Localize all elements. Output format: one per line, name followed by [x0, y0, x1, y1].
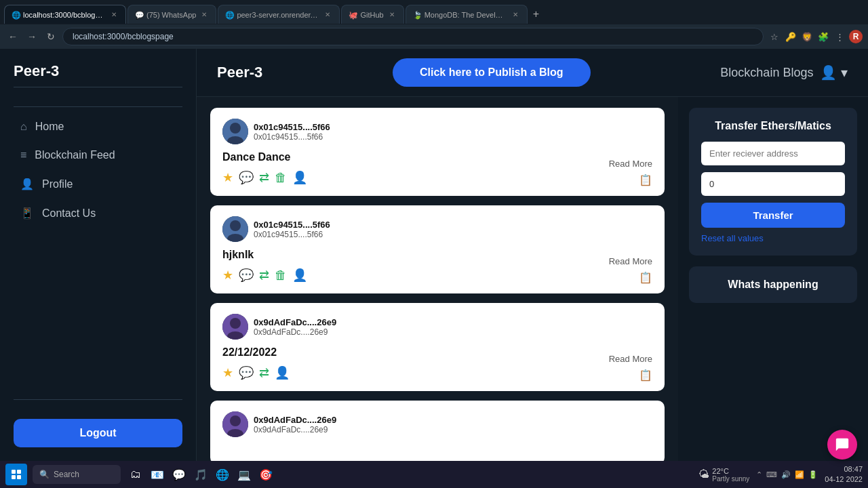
weather-info: 22°C Partly sunny — [712, 467, 749, 483]
taskbar-icon-other[interactable]: 🎯 — [256, 465, 275, 484]
new-tab-button[interactable]: + — [529, 8, 543, 20]
taskbar-weather: 🌤 22°C Partly sunny — [698, 467, 749, 483]
tab-label-5: MongoDB: The Developer Data... — [425, 11, 507, 19]
start-button[interactable] — [5, 464, 27, 485]
app-layout: Peer-3 ⌂ Home ≡ Blockchain Feed 👤 Profil… — [0, 49, 868, 461]
clipboard-icon-1[interactable]: 📋 — [639, 174, 652, 186]
delete-icon-1[interactable]: 🗑 — [275, 171, 287, 185]
back-button[interactable]: ← — [5, 29, 20, 44]
tab-favicon-1: 🌐 — [12, 11, 20, 19]
tab-close-2[interactable]: ✕ — [199, 10, 209, 19]
star-icon-1[interactable]: ★ — [222, 170, 233, 185]
nav-divider-top — [14, 106, 182, 107]
author-info-1: 0x01c94515....5f66 0x01c94515....5f66 — [254, 122, 330, 142]
avatar-2 — [222, 216, 248, 242]
user-add-icon-3[interactable]: 👤 — [275, 365, 290, 380]
comment-icon-2[interactable]: 💬 — [239, 268, 254, 283]
author-address2-1: 0x01c94515....5f66 — [254, 132, 330, 142]
bookmark-icon[interactable]: ☆ — [768, 30, 781, 43]
clipboard-icon-2[interactable]: 📋 — [639, 271, 652, 284]
taskbar-icon-vscode[interactable]: 💻 — [235, 465, 254, 484]
taskbar-search[interactable]: 🔍 Search — [33, 465, 121, 484]
taskbar: 🔍 Search 🗂 📧 💬 🎵 🌐 💻 🎯 🌤 22°C Partly sun… — [0, 461, 868, 488]
user-add-icon-2[interactable]: 👤 — [292, 268, 307, 283]
extension-icon[interactable]: 🔑 — [784, 30, 797, 43]
user-menu-button[interactable]: 👤 ▾ — [820, 64, 848, 81]
transfer-icon-2[interactable]: ⇄ — [259, 268, 269, 283]
author-address2-3: 0x9dAdFaDc....26e9 — [254, 327, 336, 337]
transfer-icon-1[interactable]: ⇄ — [259, 170, 269, 185]
amount-input[interactable] — [701, 172, 845, 196]
header-logo: Peer-3 — [217, 64, 262, 81]
author-address-2: 0x01c94515....5f66 — [254, 220, 330, 230]
extensions-icon[interactable]: 🧩 — [816, 30, 830, 43]
profile-icon[interactable]: R — [849, 30, 863, 43]
star-icon-2[interactable]: ★ — [222, 268, 233, 283]
logout-button[interactable]: Logout — [14, 419, 182, 447]
feed-column: 0x01c94515....5f66 0x01c94515....5f66 Da… — [197, 97, 678, 461]
sidebar-item-blockchain-feed[interactable]: ≡ Blockchain Feed — [14, 141, 182, 169]
blog-card-3: 0x9dAdFaDc....26e9 0x9dAdFaDc....26e9 22… — [210, 303, 665, 391]
menu-icon[interactable]: ⋮ — [833, 30, 846, 43]
taskbar-icon-mail[interactable]: 📧 — [148, 465, 167, 484]
forward-button[interactable]: → — [24, 29, 39, 44]
sidebar-item-profile[interactable]: 👤 Profile — [14, 169, 182, 199]
tab-5[interactable]: 🍃 MongoDB: The Developer Data... ✕ — [406, 5, 528, 24]
sidebar-item-home[interactable]: ⌂ Home — [14, 113, 182, 141]
blog-actions-1: ★ 💬 ⇄ 🗑 👤 — [222, 170, 652, 185]
tab-active[interactable]: 🌐 localhost:3000/bcblogspage ✕ — [4, 5, 126, 24]
address-input[interactable] — [62, 28, 764, 45]
publish-blog-button[interactable]: Click here to Publish a Blog — [393, 58, 591, 87]
comment-icon-1[interactable]: 💬 — [239, 170, 254, 185]
tab-close-1[interactable]: ✕ — [109, 10, 119, 19]
chat-bubble-button[interactable] — [827, 430, 857, 460]
tab-close-3[interactable]: ✕ — [323, 10, 332, 19]
brave-icon[interactable]: 🦁 — [800, 30, 814, 43]
sidebar-item-contact-us[interactable]: 📱 Contact Us — [14, 199, 182, 228]
refresh-button[interactable]: ↻ — [43, 29, 58, 44]
tab-4[interactable]: 🐙 GitHub ✕ — [341, 5, 403, 24]
whats-happening-title: Whats happening — [701, 279, 845, 291]
svg-point-10 — [230, 415, 241, 426]
avatar-1 — [222, 119, 248, 144]
author-info-3: 0x9dAdFaDc....26e9 0x9dAdFaDc....26e9 — [254, 317, 336, 337]
read-more-1[interactable]: Read More — [609, 159, 652, 169]
clipboard-icon-3[interactable]: 📋 — [639, 369, 652, 382]
tab-close-5[interactable]: ✕ — [511, 10, 520, 19]
transfer-title: Transfer Ethers/Matics — [701, 120, 845, 132]
receiver-address-input[interactable] — [701, 142, 845, 165]
user-add-icon-1[interactable]: 👤 — [292, 170, 307, 185]
tab-label-1: localhost:3000/bcblogspage — [23, 11, 106, 19]
author-address-1: 0x01c94515....5f66 — [254, 122, 330, 132]
star-icon-3[interactable]: ★ — [222, 365, 233, 380]
tab-3[interactable]: 🌐 peer3-server.onrender.com ✕ — [218, 5, 340, 24]
author-address2-2: 0x01c94515....5f66 — [254, 230, 330, 239]
transfer-icon-3[interactable]: ⇄ — [259, 365, 269, 380]
tab-2[interactable]: 💬 (75) WhatsApp ✕ — [127, 5, 216, 24]
blog-actions-3: ★ 💬 ⇄ 👤 — [222, 365, 652, 380]
sidebar-item-label-contact: Contact Us — [42, 207, 96, 220]
reset-values-button[interactable]: Reset all values — [701, 233, 764, 243]
wifi-icon[interactable]: 📶 — [795, 470, 804, 479]
speaker-icon[interactable]: 🔊 — [781, 470, 791, 479]
taskbar-clock[interactable]: 08:47 04-12 2022 — [825, 464, 863, 485]
keyboard-icon: ⌨ — [766, 470, 777, 479]
start-grid-sq4 — [17, 475, 21, 479]
sidebar-item-label-home: Home — [35, 121, 64, 133]
taskbar-icon-chat[interactable]: 💬 — [170, 465, 189, 484]
delete-icon-2[interactable]: 🗑 — [275, 268, 287, 283]
tab-favicon-4: 🐙 — [349, 11, 357, 19]
read-more-3[interactable]: Read More — [609, 354, 652, 364]
sidebar-logo: Peer-3 — [14, 62, 182, 87]
taskbar-icon-chrome[interactable]: 🌐 — [213, 465, 232, 484]
main-content: 0x01c94515....5f66 0x01c94515....5f66 Da… — [197, 97, 868, 461]
tab-close-4[interactable]: ✕ — [387, 10, 397, 19]
blog-actions-2: ★ 💬 ⇄ 🗑 👤 — [222, 268, 652, 283]
comment-icon-3[interactable]: 💬 — [239, 365, 254, 380]
transfer-button[interactable]: Transfer — [701, 203, 845, 228]
taskbar-icon-spotify[interactable]: 🎵 — [191, 465, 210, 484]
read-more-2[interactable]: Read More — [609, 256, 652, 266]
chevron-up-icon[interactable]: ⌃ — [756, 470, 762, 479]
taskbar-icon-files[interactable]: 🗂 — [126, 465, 145, 484]
home-icon: ⌂ — [20, 121, 27, 133]
